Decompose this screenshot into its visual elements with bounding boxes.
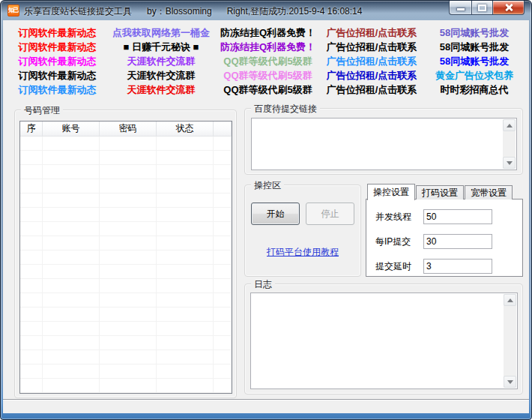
ad-link[interactable]: QQ群等级代刷5级群 bbox=[216, 82, 320, 97]
tab-操控设置[interactable]: 操控设置 bbox=[367, 184, 415, 200]
submit-links-textarea[interactable] bbox=[251, 118, 517, 170]
table-cell bbox=[20, 136, 43, 150]
table-cell bbox=[157, 322, 214, 335]
table-cell bbox=[214, 136, 232, 150]
table-row[interactable] bbox=[20, 208, 232, 222]
column-header[interactable]: 账号 bbox=[43, 122, 100, 136]
table-cell bbox=[20, 350, 43, 364]
ad-link[interactable]: 广告位招租/点击联系 bbox=[320, 40, 423, 54]
ad-link[interactable]: QQ群等级代刷5级群 bbox=[216, 54, 320, 68]
table-cell bbox=[214, 350, 232, 364]
ad-link[interactable]: 订阅软件最新动态 bbox=[8, 68, 106, 82]
table-row[interactable] bbox=[20, 265, 232, 279]
table-row[interactable] bbox=[20, 179, 232, 194]
table-cell bbox=[20, 336, 43, 350]
table-row[interactable] bbox=[20, 194, 232, 208]
log-scrollbar[interactable] bbox=[504, 294, 516, 388]
table-row[interactable] bbox=[20, 322, 232, 336]
ad-link[interactable]: 天涯软件交流群 bbox=[106, 68, 216, 82]
table-row[interactable] bbox=[20, 151, 232, 165]
table-row[interactable] bbox=[20, 222, 232, 236]
table-cell bbox=[43, 293, 100, 307]
table-cell bbox=[214, 379, 232, 392]
ad-link[interactable]: 广告位招租/点击联系 bbox=[320, 68, 423, 82]
table-row[interactable] bbox=[20, 250, 232, 265]
table-cell bbox=[214, 265, 232, 278]
ad-link[interactable]: 天涯软件交流群 bbox=[106, 82, 216, 97]
table-cell bbox=[20, 265, 43, 278]
table-cell bbox=[20, 179, 43, 193]
ad-link[interactable]: 防冻结挂Q利器免费！ bbox=[216, 40, 320, 54]
captcha-tutorial-link[interactable]: 打码平台使用教程 bbox=[267, 247, 339, 257]
table-cell bbox=[214, 308, 232, 321]
table-cell bbox=[214, 222, 232, 236]
ad-link[interactable]: 天涯软件交流群 bbox=[106, 54, 216, 68]
log-group: 日志 bbox=[244, 284, 523, 394]
table-row[interactable] bbox=[20, 236, 232, 250]
maximize-icon bbox=[478, 4, 486, 11]
minimize-button[interactable] bbox=[449, 1, 471, 15]
ad-link[interactable]: 订阅软件最新动态 bbox=[8, 54, 106, 68]
table-row[interactable] bbox=[20, 293, 232, 308]
ad-link[interactable]: 时时彩招商总代 bbox=[423, 82, 525, 97]
ad-link[interactable]: 广告位招租/点击联系 bbox=[320, 54, 423, 68]
ad-link[interactable]: 订阅软件最新动态 bbox=[8, 82, 106, 97]
tab-打码设置[interactable]: 打码设置 bbox=[416, 185, 464, 200]
table-cell bbox=[43, 250, 100, 264]
settings-field-input[interactable] bbox=[423, 209, 492, 224]
table-cell bbox=[100, 322, 157, 335]
table-cell bbox=[100, 208, 157, 221]
scroll-down-icon[interactable] bbox=[504, 376, 516, 388]
ad-link[interactable]: 点我获取网络第一桶金 bbox=[106, 26, 216, 40]
tab-宽带设置[interactable]: 宽带设置 bbox=[465, 185, 513, 200]
column-header[interactable]: 状态 bbox=[157, 122, 214, 136]
table-row[interactable] bbox=[20, 350, 232, 364]
column-header[interactable] bbox=[214, 122, 232, 136]
table-row[interactable] bbox=[20, 279, 232, 293]
ad-link[interactable]: 防冻结挂Q利器免费！ bbox=[216, 26, 320, 40]
table-cell bbox=[100, 336, 157, 350]
table-row[interactable] bbox=[20, 364, 232, 379]
table-cell bbox=[214, 194, 232, 207]
table-row[interactable] bbox=[20, 165, 232, 179]
accounts-table[interactable]: 序账号密码状态 bbox=[19, 121, 232, 394]
ad-link[interactable]: 58同城账号批发 bbox=[423, 40, 525, 54]
ad-link[interactable]: 订阅软件最新动态 bbox=[8, 40, 106, 54]
close-button[interactable] bbox=[492, 1, 525, 15]
ad-link[interactable]: 广告位招租/点击联系 bbox=[320, 82, 423, 97]
start-button[interactable]: 开始 bbox=[251, 202, 300, 225]
table-cell bbox=[20, 250, 43, 264]
ad-link[interactable]: 58同城账号批发 bbox=[423, 54, 525, 68]
table-cell bbox=[43, 151, 100, 164]
ad-link[interactable]: QQ群等级代刷5级群 bbox=[216, 68, 320, 82]
column-header[interactable]: 序 bbox=[20, 122, 43, 136]
settings-field-input[interactable] bbox=[423, 234, 492, 249]
settings-field-input[interactable] bbox=[423, 259, 492, 274]
maximize-button[interactable] bbox=[471, 1, 492, 15]
table-cell bbox=[43, 194, 100, 207]
table-cell bbox=[157, 208, 214, 221]
table-cell bbox=[43, 279, 100, 292]
table-row[interactable] bbox=[20, 136, 232, 151]
submit-links-scrollbar[interactable] bbox=[503, 119, 516, 169]
scroll-up-icon[interactable] bbox=[503, 119, 516, 131]
settings-field-label: 并发线程 bbox=[375, 211, 423, 224]
ad-link[interactable]: 黄金广告位求包养 bbox=[423, 68, 525, 82]
submit-links-group: 百度待提交链接 bbox=[244, 108, 523, 175]
scroll-down-icon[interactable] bbox=[503, 157, 516, 169]
table-row[interactable] bbox=[20, 336, 232, 350]
ad-links-grid: 订阅软件最新动态点我获取网络第一桶金防冻结挂Q利器免费！广告位招租/点击联系58… bbox=[8, 26, 525, 97]
ad-link[interactable]: 广告位招租/点击联系 bbox=[320, 26, 423, 40]
table-cell bbox=[100, 165, 157, 178]
ad-link[interactable]: 58同城账号批发 bbox=[423, 26, 525, 40]
ad-link[interactable]: 订阅软件最新动态 bbox=[8, 26, 106, 40]
title-bar[interactable]: 知己 乐享百度站长链接提交工具by：BlossomingRight,登陆成功.2… bbox=[1, 1, 531, 20]
table-row[interactable] bbox=[20, 379, 232, 393]
column-header[interactable]: 密码 bbox=[100, 122, 157, 136]
scroll-up-icon[interactable] bbox=[504, 294, 516, 306]
ad-link[interactable]: ■ 日赚千元秘诀 ■ bbox=[106, 40, 216, 54]
table-row[interactable] bbox=[20, 308, 232, 322]
table-cell bbox=[214, 179, 232, 193]
table-cell bbox=[100, 265, 157, 278]
log-textarea[interactable] bbox=[250, 292, 518, 389]
